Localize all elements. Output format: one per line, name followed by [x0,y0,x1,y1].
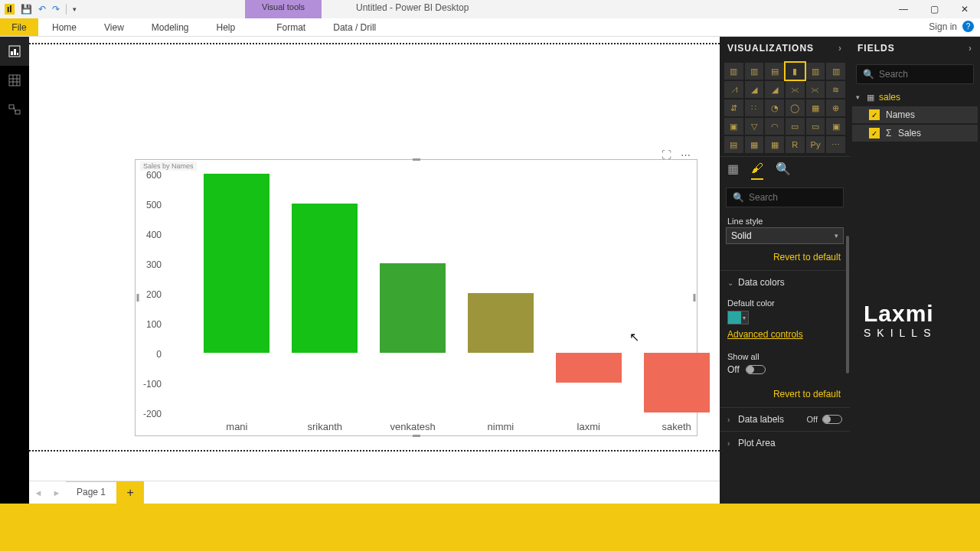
line-style-dropdown[interactable]: Solid▾ [726,227,844,244]
viz-100-bar[interactable]: ▥ [806,63,825,80]
data-view-icon[interactable] [0,66,29,95]
bar-laxmi[interactable] [556,353,622,383]
format-scrollbar[interactable] [846,236,849,373]
bar-venkatesh[interactable] [380,263,446,353]
revert-data-colors[interactable]: Revert to default [720,381,850,407]
chevron-right-icon: › [727,439,738,448]
page-prev-icon[interactable]: ◄ [29,481,47,504]
bottom-accent-bar [0,504,980,551]
show-all-toggle[interactable] [746,365,766,374]
resize-handle-bottom[interactable] [413,435,420,437]
viz-treemap[interactable]: ▦ [806,99,825,116]
focus-mode-icon[interactable]: ⛶ [662,149,671,161]
chart-visual[interactable]: ⛶ ⋯ Sales by Names 6005004003002001000-1… [135,159,697,436]
format-search-input[interactable] [749,192,837,203]
resize-handle-right[interactable] [694,294,696,302]
page-tab-1[interactable]: Page 1 [66,481,116,504]
viz-area[interactable]: ◢ [745,81,764,98]
viz-slicer[interactable]: ▤ [724,136,743,153]
svg-rect-10 [15,110,20,114]
fields-search-input[interactable] [879,69,967,80]
viz-map[interactable]: ⊕ [826,99,845,116]
file-menu[interactable]: File [0,18,38,36]
advanced-controls-link[interactable]: Advanced controls [720,326,850,343]
field-sales[interactable]: ✓ Σ Sales [852,125,978,142]
report-canvas[interactable]: ⛶ ⋯ Sales by Names 6005004003002001000-1… [29,37,720,504]
viz-gauge[interactable]: ◠ [765,118,784,135]
bar-saketh[interactable] [644,353,710,412]
collapse-fields-icon[interactable]: › [969,43,972,54]
viz-scatter[interactable]: ∷ [745,99,764,116]
viz-clustered-column[interactable]: ▮ [786,63,805,80]
format-search[interactable]: 🔍 [726,187,844,207]
viz-waterfall[interactable]: ⇵ [724,99,743,116]
viz-multi-card[interactable]: ▭ [806,118,825,135]
viz-line-clustered[interactable]: ⩙ [806,81,825,98]
y-tick: 0 [156,349,162,360]
resize-handle-top[interactable] [413,158,420,161]
redo-icon[interactable]: ↷ [52,4,60,15]
viz-import[interactable]: ⋯ [826,136,845,153]
viz-card[interactable]: ▭ [786,118,805,135]
viz-stacked-area[interactable]: ◢ [765,81,784,98]
model-view-icon[interactable] [0,95,29,124]
analytics-tab[interactable]: 🔍 [776,161,791,180]
viz-kpi[interactable]: ▣ [826,118,845,135]
qat-dropdown-icon[interactable]: ▾ [73,5,77,13]
viz-stacked-column[interactable]: ▥ [745,63,764,80]
bar-nimmi[interactable] [468,293,534,353]
report-view-icon[interactable] [0,37,29,66]
checkbox-checked-icon[interactable]: ✓ [869,109,880,120]
viz-py[interactable]: Py [806,136,825,153]
menu-home[interactable]: Home [38,18,90,36]
plot-area-section[interactable]: › Plot Area [720,431,850,455]
bar-srikanth[interactable] [292,204,358,353]
viz-pie[interactable]: ◔ [765,99,784,116]
viz-funnel[interactable]: ▽ [745,118,764,135]
search-icon: 🔍 [733,192,744,203]
save-icon[interactable]: 💾 [21,4,32,15]
maximize-button[interactable]: ▢ [919,1,949,18]
viz-table[interactable]: ▦ [745,136,764,153]
format-tab[interactable]: 🖌 [751,161,763,180]
data-labels-toggle[interactable] [822,415,842,424]
line-style-label: Line style [720,212,850,227]
fields-well-tab[interactable]: ▦ [727,161,739,180]
add-page-button[interactable]: + [116,481,144,504]
sign-in-link[interactable]: Sign in [929,21,957,32]
close-button[interactable]: ✕ [949,1,980,18]
menu-format[interactable]: Format [263,18,319,36]
viz-100-column[interactable]: ▥ [826,63,845,80]
viz-line[interactable]: ⩘ [724,81,743,98]
undo-icon[interactable]: ↶ [38,4,46,15]
viz-matrix[interactable]: ▦ [765,136,784,153]
viz-ribbon[interactable]: ≋ [826,81,845,98]
field-names[interactable]: ✓ Names [852,106,978,123]
menu-modeling[interactable]: Modeling [138,18,203,36]
viz-clustered-bar[interactable]: ▤ [765,63,784,80]
fields-search[interactable]: 🔍 [856,64,974,84]
minimize-button[interactable]: — [888,1,919,18]
viz-stacked-bar[interactable]: ▥ [724,63,743,80]
menu-help[interactable]: Help [203,18,250,36]
bar-mani[interactable] [204,174,270,353]
viz-donut[interactable]: ◯ [786,99,805,116]
table-sales[interactable]: ▾ ▦ sales [850,89,980,106]
collapse-visualizations-icon[interactable]: › [838,43,842,54]
data-colors-section[interactable]: ⌄ Data colors [720,270,850,294]
data-labels-section[interactable]: › Data labels Off [720,407,850,431]
default-color-picker[interactable]: ▾ [727,311,749,324]
checkbox-checked-icon[interactable]: ✓ [869,128,880,139]
search-icon: 🔍 [863,69,874,80]
viz-line-stacked[interactable]: ⩙ [786,81,805,98]
menu-view[interactable]: View [90,18,138,36]
svg-rect-3 [17,53,18,55]
viz-filled-map[interactable]: ▣ [724,118,743,135]
more-options-icon[interactable]: ⋯ [681,149,691,161]
page-next-icon[interactable]: ► [47,481,66,504]
contextual-tab-visual-tools[interactable]: Visual tools [245,0,322,18]
revert-border[interactable]: Revert to default [720,244,850,270]
menu-data-drill[interactable]: Data / Drill [319,18,390,36]
viz-r[interactable]: R [786,136,805,153]
help-icon[interactable]: ? [962,21,974,32]
